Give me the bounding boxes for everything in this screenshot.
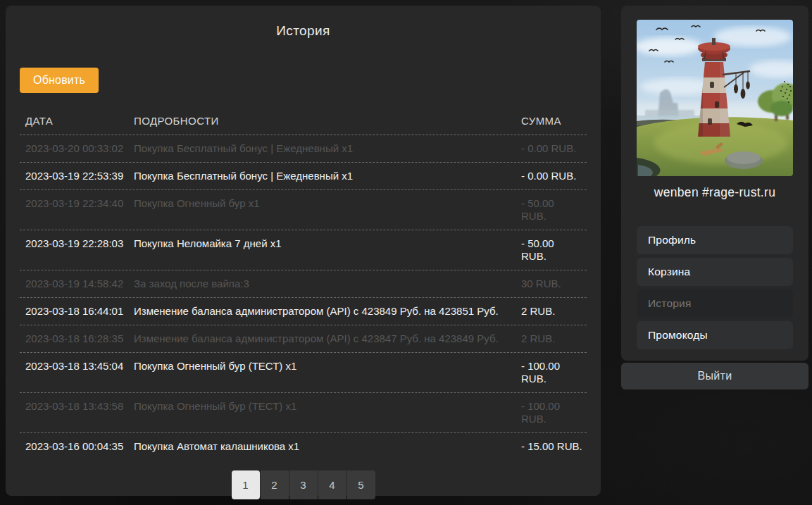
table-row: 2023-03-20 00:33:02Покупка Бесплатный бо… [20,135,587,163]
username: wenben #rage-rust.ru [621,185,808,200]
header-sum: СУММА [516,115,587,127]
page-button-3[interactable]: 3 [289,470,318,499]
cell-details: Изменение баланса администратором (API) … [128,305,516,318]
cell-date: 2023-03-19 22:53:39 [20,170,128,182]
table-row: 2023-03-19 22:34:40Покупка Огненный бур … [20,190,587,230]
table-row: 2023-03-18 16:44:01Изменение баланса адм… [20,298,587,325]
cell-date: 2023-03-19 22:34:40 [20,197,128,223]
table-row: 2023-03-19 22:28:03Покупка Неломайка 7 д… [20,230,587,270]
cell-details: Покупка Автомат калашникова x1 [128,440,516,453]
table-row: 2023-03-18 13:45:04Покупка Огненный бур … [20,353,587,393]
page-button-5[interactable]: 5 [347,470,375,499]
cell-sum: 2 RUB. [516,332,587,345]
cell-sum: 30 RUB. [516,278,587,290]
pagination: 12345 [6,470,601,499]
cell-date: 2023-03-16 00:04:35 [20,440,128,453]
cell-sum: - 100.00 RUB. [516,400,587,425]
cell-details: Изменение баланса администратором (API) … [128,332,516,345]
cell-date: 2023-03-18 13:43:58 [20,400,128,425]
history-panel: История Обновить ДАТА ПОДРОБНОСТИ СУММА … [6,6,601,496]
table-row: 2023-03-18 16:28:35Изменение баланса адм… [20,325,587,353]
cell-sum: - 50.00 RUB. [516,197,587,223]
page-button-1[interactable]: 1 [232,470,260,499]
table-row: 2023-03-19 14:58:42За заход после вайпа:… [20,270,587,298]
cell-sum: - 15.00 RUB. [516,440,587,453]
lighthouse-illustration [637,20,793,176]
cell-details: За заход после вайпа:3 [128,278,516,290]
cell-date: 2023-03-19 14:58:42 [20,278,128,290]
menu-item-promocodes[interactable]: Промокоды [637,321,793,349]
menu-item-history[interactable]: История [637,289,793,318]
profile-card: wenben #rage-rust.ru ПрофильКорзинаИстор… [621,6,808,361]
history-table: ДАТА ПОДРОБНОСТИ СУММА 2023-03-20 00:33:… [20,111,587,460]
cell-sum: - 100.00 RUB. [516,360,587,385]
cell-details: Покупка Огненный бур (ТЕСТ) x1 [128,400,516,425]
page-background: { "colors": { "accent": "#f2a42c" }, "hi… [0,0,812,505]
table-row: 2023-03-18 13:43:58Покупка Огненный бур … [20,393,587,433]
cell-date: 2023-03-19 22:28:03 [20,237,128,263]
cell-date: 2023-03-18 16:28:35 [20,332,128,345]
cell-details: Покупка Неломайка 7 дней x1 [128,237,516,263]
cell-sum: - 50.00 RUB. [516,237,587,263]
header-date: ДАТА [20,115,128,127]
cell-date: 2023-03-20 00:33:02 [20,142,128,155]
table-row: 2023-03-16 00:04:35Покупка Автомат калаш… [20,433,587,460]
cell-sum: - 0.00 RUB. [516,170,587,182]
table-row: 2023-03-19 22:53:39Покупка Бесплатный бо… [20,163,587,190]
cell-details: Покупка Огненный бур (ТЕСТ) x1 [128,360,516,385]
cell-date: 2023-03-18 16:44:01 [20,305,128,318]
page-title: История [6,6,601,39]
cell-details: Покупка Бесплатный бонус | Ежедневный x1 [128,142,516,155]
cell-sum: - 0.00 RUB. [516,142,587,155]
page-button-2[interactable]: 2 [261,470,289,499]
menu-item-profile[interactable]: Профиль [637,226,793,254]
profile-image [637,20,793,176]
refresh-button[interactable]: Обновить [20,68,99,93]
cell-details: Покупка Бесплатный бонус | Ежедневный x1 [128,170,516,182]
header-details: ПОДРОБНОСТИ [128,115,516,127]
profile-menu: ПрофильКорзинаИсторияПромокоды [637,226,793,349]
page-button-4[interactable]: 4 [318,470,346,499]
history-table-body: 2023-03-20 00:33:02Покупка Бесплатный бо… [20,135,587,460]
cell-details: Покупка Огненный бур x1 [128,197,516,223]
table-header: ДАТА ПОДРОБНОСТИ СУММА [20,111,587,135]
logout-button[interactable]: Выйти [621,363,808,389]
cell-sum: 2 RUB. [516,305,587,318]
menu-item-cart[interactable]: Корзина [637,258,793,286]
cell-date: 2023-03-18 13:45:04 [20,360,128,385]
